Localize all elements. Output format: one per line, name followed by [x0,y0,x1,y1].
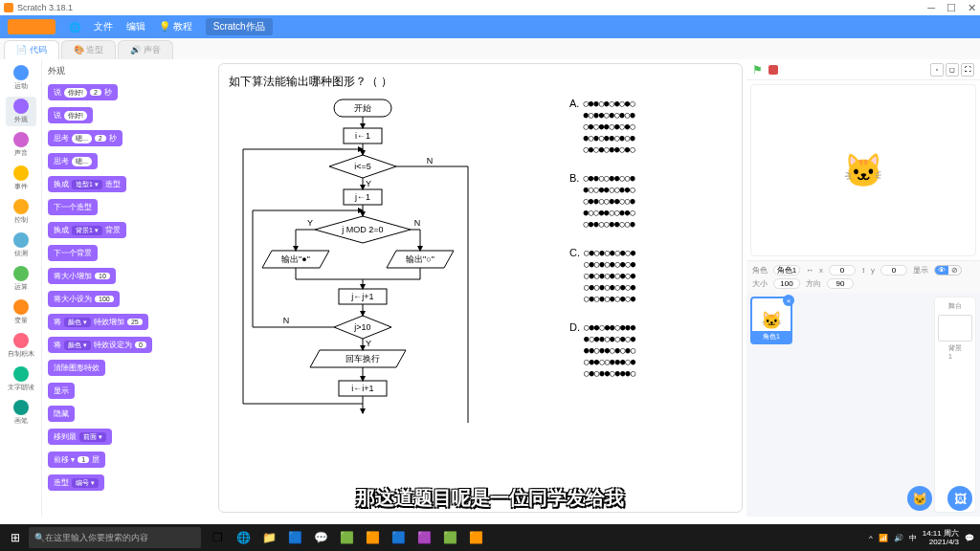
window-titlebar: Scratch 3.18.1 ─ ☐ ✕ [0,0,980,15]
block[interactable]: 说 你好! 2 秒 [48,84,118,100]
svg-text:j←j+1: j←j+1 [350,292,373,301]
block[interactable]: 将 颜色 ▾ 特效增加 25 [48,314,148,330]
sprite-thumb[interactable]: × 🐱 角色1 [750,297,792,344]
sprite-cat[interactable]: 🐱 [843,151,883,189]
editor-tabs: 📄 代码 🎨 造型 🔊 声音 [0,38,980,59]
app-icon-2[interactable]: 💬 [308,524,333,551]
app-icon-1[interactable]: 🟦 [282,524,307,551]
sprite-info-panel: 角色 ↔x ↕y 显示 👁⊘ 大小 方向 [746,260,980,293]
menu-works[interactable]: Scratch作品 [206,18,273,35]
block[interactable]: 前移 ▾ 1 层 [48,452,105,468]
block[interactable]: 将 颜色 ▾ 特效设定为 0 [48,337,152,353]
visibility-toggle[interactable]: 👁⊘ [934,265,962,276]
category-控制[interactable]: 控制 [6,197,36,227]
minimize-button[interactable]: ─ [927,2,935,14]
explorer-icon[interactable]: 📁 [256,524,281,551]
sprite-x-input[interactable] [829,265,856,276]
category-运算[interactable]: 运算 [6,264,36,294]
flowchart: 开始 i←1 i<=5 j←1 j MOD 2=0 输出"●" 输出"○" j←… [229,98,550,493]
svg-text:j>10: j>10 [353,322,370,332]
block[interactable]: 造型 编号 ▾ [48,474,104,491]
block[interactable]: 移到最 前面 ▾ [48,429,112,445]
fullscreen-button[interactable]: ⛶ [961,63,974,77]
stage-panel[interactable]: 舞台 背景1 [934,297,976,513]
scratch-task-icon[interactable]: 🟧 [463,524,488,551]
network-icon[interactable]: 📶 [879,534,888,542]
block-categories: 运动外观声音事件控制侦测运算变量自制积木文字朗读画笔 [0,59,42,517]
windows-taskbar: ⊞ 🔍 在这里输入你要搜索的内容 ❐ 🌐 📁 🟦 💬 🟩 🟧 🟦 🟪 🟩 🟧 ^… [0,524,980,551]
block[interactable]: 清除图形特效 [48,360,105,376]
block[interactable]: 下一个造型 [48,199,98,215]
edge-icon[interactable]: 🌐 [231,524,256,551]
sprite-y-input[interactable] [880,265,907,276]
notification-icon[interactable]: 💬 [965,534,974,542]
ime-icon[interactable]: 中 [909,533,917,543]
globe-icon[interactable]: 🌐 [69,22,80,33]
svg-text:N: N [283,316,290,325]
stage-canvas[interactable]: 🐱 [750,84,976,256]
block[interactable]: 隐藏 [48,406,75,422]
script-area[interactable]: 如下算法能输出哪种图形？（ ） [218,63,743,513]
svg-text:i←1: i←1 [355,131,370,141]
svg-text:N: N [414,218,421,228]
delete-sprite-icon[interactable]: × [783,295,794,306]
app-icon-3[interactable]: 🟪 [412,524,436,551]
question-document: 如下算法能输出哪种图形？（ ） [229,74,732,493]
stage-small-button[interactable]: ▫ [930,63,944,77]
stop-icon[interactable] [768,65,778,75]
svg-text:i<=5: i<=5 [354,162,371,171]
window-title: Scratch 3.18.1 [17,3,73,12]
stage-large-button[interactable]: ◻ [946,63,959,77]
menu-edit[interactable]: 编辑 [126,20,145,33]
system-tray[interactable]: ^ 📶 🔊 中 14:11 周六 2021/4/3 💬 [869,529,978,546]
menu-bar: 🌐 文件 编辑 💡 教程 Scratch作品 [0,15,980,38]
answer-options: A.○●●○●○●○●○ ●○●●○●○●○● ○●○●●○●○●○ ●○●○●… [569,98,732,493]
close-button[interactable]: ✕ [968,2,976,14]
category-外观[interactable]: 外观 [6,97,36,126]
category-声音[interactable]: 声音 [6,130,36,160]
category-文字朗读[interactable]: 文字朗读 [6,364,36,394]
taskbar-search[interactable]: 🔍 在这里输入你要搜索的内容 [29,527,201,548]
tab-code[interactable]: 📄 代码 [4,40,59,59]
block[interactable]: 显示 [48,383,75,399]
category-变量[interactable]: 变量 [6,298,36,327]
menu-file[interactable]: 文件 [94,20,113,33]
block[interactable]: 下一个背景 [48,245,98,261]
task-view-icon[interactable]: ❐ [205,524,230,551]
block[interactable]: 换成 背景1 ▾ 背景 [48,222,126,238]
green-flag-icon[interactable]: ⚑ [752,63,763,77]
clock[interactable]: 14:11 周六 2021/4/3 [923,529,959,546]
palette-title: 外观 [48,65,209,77]
sprite-name-input[interactable] [773,265,800,276]
svg-text:开始: 开始 [354,103,371,113]
app-icon-4[interactable]: 🟩 [437,524,462,551]
sprite-size-input[interactable] [773,278,800,289]
volume-icon[interactable]: 🔊 [894,534,903,542]
menu-tutorial[interactable]: 💡 教程 [159,20,192,33]
category-侦测[interactable]: 侦测 [6,231,36,260]
excel-icon[interactable]: 🟩 [334,524,359,551]
svg-text:输出"●": 输出"●" [281,254,310,264]
add-sprite-button[interactable]: 🐱 [907,486,932,511]
tray-chevron-icon[interactable]: ^ [869,534,873,542]
sprite-dir-input[interactable] [827,278,854,289]
category-自制积木[interactable]: 自制积木 [6,331,36,361]
block[interactable]: 说 你好! [48,107,93,123]
maximize-button[interactable]: ☐ [947,2,956,14]
add-backdrop-button[interactable]: 🖼 [947,486,972,511]
block[interactable]: 换成 造型1 ▾ 造型 [48,176,126,192]
powerpoint-icon[interactable]: 🟧 [360,524,385,551]
question-title: 如下算法能输出哪种图形？（ ） [229,74,732,90]
block[interactable]: 将大小增加 10 [48,268,116,284]
category-画笔[interactable]: 画笔 [6,398,36,428]
sprite-list: × 🐱 角色1 舞台 背景1 [746,293,980,517]
category-事件[interactable]: 事件 [6,164,36,193]
start-button[interactable]: ⊞ [2,524,29,551]
category-运动[interactable]: 运动 [6,63,36,93]
block[interactable]: 思考 嗯... [48,153,98,169]
block[interactable]: 将大小设为 100 [48,291,120,307]
word-icon[interactable]: 🟦 [386,524,411,551]
block[interactable]: 思考 嗯... 2 秒 [48,130,122,146]
tab-costume[interactable]: 🎨 造型 [61,40,117,59]
tab-sound[interactable]: 🔊 声音 [118,40,173,59]
